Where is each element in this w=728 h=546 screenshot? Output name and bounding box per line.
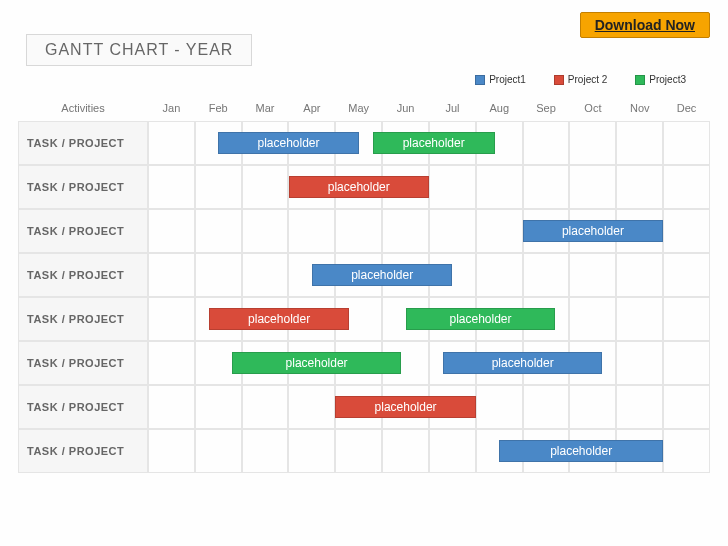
grid-cell [195, 166, 242, 208]
bar-area: placeholder [148, 385, 710, 429]
grid-cell [663, 210, 710, 252]
grid-cell [195, 254, 242, 296]
header-row: Activities JanFebMarAprMayJunJulAugSepOc… [18, 95, 710, 121]
month-header: Jul [429, 102, 476, 114]
bar-area: placeholder [148, 429, 710, 473]
gantt-bar[interactable]: placeholder [499, 440, 663, 462]
grid-cell [429, 166, 476, 208]
task-label: TASK / PROJECT [18, 121, 148, 165]
gantt-bar[interactable]: placeholder [373, 132, 495, 154]
gantt-bar[interactable]: placeholder [406, 308, 556, 330]
legend-swatch [475, 75, 485, 85]
grid-cell [616, 254, 663, 296]
grid-cell [663, 386, 710, 428]
grid-cell [148, 430, 195, 472]
grid-cell [429, 210, 476, 252]
grid-cell [382, 210, 429, 252]
gantt-row: TASK / PROJECTplaceholder [18, 429, 710, 473]
grid-cell [663, 122, 710, 164]
grid-cell [242, 254, 289, 296]
grid-cell [663, 298, 710, 340]
grid-cell [616, 342, 663, 384]
months-header: JanFebMarAprMayJunJulAugSepOctNovDec [148, 102, 710, 114]
legend-item: Project3 [621, 74, 686, 85]
gantt-row: TASK / PROJECTplaceholder [18, 385, 710, 429]
download-now-button[interactable]: Download Now [580, 12, 710, 38]
grid-cell [569, 254, 616, 296]
task-label: TASK / PROJECT [18, 253, 148, 297]
legend-item: Project1 [461, 74, 526, 85]
grid-cell [288, 430, 335, 472]
task-label: TASK / PROJECT [18, 429, 148, 473]
grid-cell [429, 430, 476, 472]
grid-cell [148, 254, 195, 296]
gantt-row: TASK / PROJECTplaceholderplaceholder [18, 341, 710, 385]
grid-cell [148, 122, 195, 164]
legend: Project1Project 2Project3 [18, 74, 686, 85]
grid-cell [569, 166, 616, 208]
legend-swatch [554, 75, 564, 85]
grid-cell [476, 386, 523, 428]
grid-cell [242, 210, 289, 252]
grid-cell [476, 254, 523, 296]
gantt-row: TASK / PROJECTplaceholder [18, 253, 710, 297]
month-header: Aug [476, 102, 523, 114]
grid-cell [148, 342, 195, 384]
grid-cell [382, 430, 429, 472]
gantt-bar[interactable]: placeholder [312, 264, 453, 286]
grid-cell [616, 122, 663, 164]
grid-cell [148, 386, 195, 428]
bar-area: placeholderplaceholder [148, 121, 710, 165]
grid-cell [288, 386, 335, 428]
grid-cell [523, 386, 570, 428]
gantt-row: TASK / PROJECTplaceholderplaceholder [18, 297, 710, 341]
gantt-bar[interactable]: placeholder [209, 308, 350, 330]
task-label: TASK / PROJECT [18, 341, 148, 385]
grid-cell [242, 430, 289, 472]
grid-cell [616, 166, 663, 208]
month-header: May [335, 102, 382, 114]
gantt-row: TASK / PROJECTplaceholderplaceholder [18, 121, 710, 165]
grid-cell [335, 210, 382, 252]
grid-cell [616, 386, 663, 428]
grid-cell [523, 254, 570, 296]
grid-cell [195, 210, 242, 252]
grid-cell [569, 386, 616, 428]
grid-cell [148, 166, 195, 208]
gantt-row: TASK / PROJECTplaceholder [18, 165, 710, 209]
month-header: Sep [523, 102, 570, 114]
grid-cell [476, 210, 523, 252]
grid-cell [242, 386, 289, 428]
grid-cell [569, 122, 616, 164]
activities-header: Activities [18, 102, 148, 114]
grid-cell [663, 254, 710, 296]
month-header: Oct [569, 102, 616, 114]
month-header: Dec [663, 102, 710, 114]
grid-cell [663, 342, 710, 384]
gantt-bar[interactable]: placeholder [335, 396, 476, 418]
month-header: Feb [195, 102, 242, 114]
month-header: Apr [288, 102, 335, 114]
grid-cell [569, 298, 616, 340]
gantt-bar[interactable]: placeholder [443, 352, 602, 374]
bar-area: placeholder [148, 165, 710, 209]
legend-swatch [635, 75, 645, 85]
gantt-bar[interactable]: placeholder [232, 352, 401, 374]
grid-cell [148, 210, 195, 252]
month-header: Jan [148, 102, 195, 114]
bar-area: placeholder [148, 209, 710, 253]
gantt-bar[interactable]: placeholder [218, 132, 359, 154]
grid-cell [523, 122, 570, 164]
gantt-bar[interactable]: placeholder [289, 176, 430, 198]
bar-area: placeholder [148, 253, 710, 297]
grid-cell [148, 298, 195, 340]
grid-cell [663, 430, 710, 472]
bar-area: placeholderplaceholder [148, 341, 710, 385]
task-label: TASK / PROJECT [18, 297, 148, 341]
grid-cell [195, 386, 242, 428]
task-label: TASK / PROJECT [18, 209, 148, 253]
gantt-bar[interactable]: placeholder [523, 220, 664, 242]
grid-cell [335, 430, 382, 472]
bar-area: placeholderplaceholder [148, 297, 710, 341]
grid-cell [523, 166, 570, 208]
